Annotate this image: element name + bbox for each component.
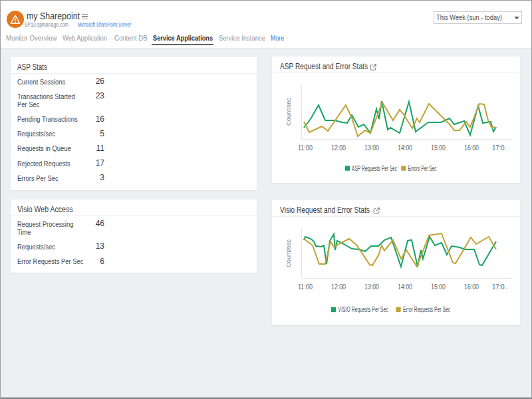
svg-text:11:00: 11:00: [298, 144, 313, 152]
svg-text:14:00: 14:00: [398, 144, 412, 152]
svg-text:12:00: 12:00: [331, 144, 346, 152]
svg-text:13:00: 13:00: [364, 283, 379, 291]
svg-text:16:00: 16:00: [464, 283, 479, 291]
svg-text:Count/sec: Count/sec: [285, 239, 292, 267]
svg-text:VISIO Requests Per Sec: VISIO Requests Per Sec: [338, 306, 388, 313]
svg-text:Error Requests Per Sec: Error Requests Per Sec: [403, 306, 450, 313]
svg-text:17:0..: 17:0..: [492, 144, 508, 152]
svg-text:14:00: 14:00: [398, 283, 412, 291]
svg-text:15:00: 15:00: [431, 283, 446, 291]
svg-text:12:00: 12:00: [331, 283, 346, 291]
svg-text:ASP Requests Per Sec: ASP Requests Per Sec: [352, 165, 397, 172]
svg-text:17:0..: 17:0..: [492, 283, 508, 291]
svg-text:11:00: 11:00: [298, 283, 313, 291]
svg-text:Errors Per Sec: Errors Per Sec: [408, 165, 437, 172]
svg-text:16:00: 16:00: [464, 144, 479, 152]
svg-text:13:00: 13:00: [364, 144, 379, 152]
svg-text:Count/sec: Count/sec: [285, 97, 292, 126]
svg-text:15:00: 15:00: [431, 144, 446, 152]
